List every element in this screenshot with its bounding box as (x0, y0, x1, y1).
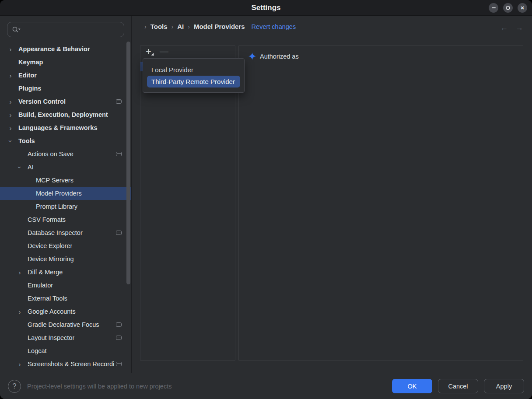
chevron-icon (7, 72, 14, 79)
tree-item-label: AI (28, 164, 34, 171)
breadcrumb-separator-icon: › (188, 23, 190, 30)
tree-item[interactable]: Google Accounts (0, 305, 131, 318)
tree-item[interactable]: Gradle Declarative Focus (0, 318, 131, 331)
tree-item[interactable]: AI (0, 161, 131, 174)
tree-item-label: Plugins (18, 85, 41, 92)
tree-item[interactable]: Tools (0, 134, 131, 147)
tree-item[interactable]: Version Control (0, 95, 131, 108)
minus-icon: — (160, 46, 168, 56)
tree-item-label: Editor (18, 72, 37, 79)
chevron-icon (7, 137, 14, 145)
chevron-icon (16, 269, 23, 276)
maximize-button[interactable] (503, 3, 513, 13)
tree-item[interactable]: Prompt Library (0, 200, 131, 213)
ok-button[interactable]: OK (392, 379, 432, 393)
breadcrumb-separator-icon: › (172, 23, 174, 30)
tree-item-label: Device Explorer (28, 242, 72, 249)
plus-icon: + (146, 46, 151, 57)
chevron-icon (7, 98, 14, 105)
settings-window: Settings ✕ (0, 0, 532, 399)
dialog-buttons: OK Cancel Apply (392, 379, 524, 393)
chevron-icon (7, 46, 14, 53)
forward-icon[interactable]: → (515, 24, 523, 32)
menu-item[interactable]: Local Provider (147, 64, 240, 76)
settings-search-box[interactable] (7, 22, 124, 37)
settings-main: › Tools › AI › Model Providers (132, 16, 532, 373)
tree-item[interactable]: CSV Formats (0, 213, 131, 226)
breadcrumb-segment: › AI (168, 23, 184, 30)
breadcrumb-link[interactable]: Tools (150, 23, 168, 30)
breadcrumb-segment: › Model Providers (184, 23, 245, 30)
minimize-button[interactable] (489, 3, 498, 13)
menu-item[interactable]: Third-Party Remote Provider (147, 76, 240, 88)
tree-item[interactable]: Appearance & Behavior (0, 42, 131, 56)
tree-item-label: Build, Execution, Deployment (18, 111, 108, 118)
tree-item-label: Google Accounts (28, 308, 76, 315)
non-project-settings-icon (116, 99, 122, 104)
tree-item[interactable]: Database Inspector (0, 226, 131, 239)
non-project-settings-icon (116, 362, 122, 366)
add-provider-button[interactable]: + (146, 46, 156, 58)
menu-item-label: Third-Party Remote Provider (151, 78, 235, 85)
breadcrumb-segment: › Tools (140, 23, 168, 30)
tree-item-label: Emulator (28, 282, 53, 289)
search-input[interactable] (23, 26, 120, 33)
chevron-icon (16, 164, 23, 171)
breadcrumb-link[interactable]: Model Providers (194, 23, 245, 30)
window-title: Settings (251, 4, 280, 12)
tree-item[interactable]: Editor (0, 69, 131, 82)
settings-sidebar: Appearance & Behavior Keymap Editor (0, 16, 132, 373)
tree-item[interactable]: Device Explorer (0, 239, 131, 252)
apply-button[interactable]: Apply (484, 379, 524, 393)
footer-hint: Project-level settings will be applied t… (27, 383, 172, 390)
tree-item[interactable]: Model Providers (0, 187, 131, 200)
tree-item-label: Appearance & Behavior (18, 46, 90, 52)
tree-item-label: Diff & Merge (28, 269, 63, 276)
tree-item-label: MCP Servers (36, 177, 74, 184)
tree-item[interactable]: Emulator (0, 279, 131, 292)
window-controls: ✕ (489, 3, 527, 13)
help-icon: ? (13, 382, 17, 390)
tree-item[interactable]: Actions on Save (0, 147, 131, 161)
tree-item-label: Model Providers (36, 190, 82, 197)
tree-item-label: Database Inspector (28, 229, 83, 236)
tree-item[interactable]: Plugins (0, 82, 131, 95)
tree-item[interactable]: Device Mirroring (0, 252, 131, 266)
tree-item[interactable]: External Tools (0, 292, 131, 305)
authorized-as-row: Authorized as (248, 52, 299, 60)
back-icon[interactable]: ← (500, 24, 508, 32)
sidebar-scrollbar[interactable] (126, 42, 130, 284)
tree-item-label: Logcat (28, 347, 47, 354)
tree-item[interactable]: Layout Inspector (0, 331, 131, 344)
tree-item-label: External Tools (28, 295, 67, 302)
tree-item[interactable]: Languages & Frameworks (0, 121, 131, 134)
add-provider-menu: Local Provider Third-Party Remote Provid… (143, 58, 245, 93)
chevron-icon (16, 308, 23, 315)
minimize-icon (492, 7, 496, 8)
cancel-button[interactable]: Cancel (438, 379, 478, 393)
tree-item[interactable]: Screenshots & Screen Recordi (0, 357, 131, 371)
help-button[interactable]: ? (8, 380, 21, 393)
tree-item-label: Gradle Declarative Focus (28, 321, 99, 328)
tree-item[interactable]: Keymap (0, 56, 131, 69)
provider-detail-panel: Authorized as (238, 45, 523, 361)
tree-item[interactable]: Diff & Merge (0, 266, 131, 279)
providers-toolbar: + — (146, 46, 170, 58)
titlebar: Settings ✕ (0, 0, 532, 16)
tree-item-label: Layout Inspector (28, 334, 74, 341)
settings-tree: Appearance & Behavior Keymap Editor (0, 42, 131, 371)
non-project-settings-icon (116, 336, 122, 340)
tree-item-label: Prompt Library (36, 203, 77, 210)
close-icon: ✕ (520, 6, 524, 10)
breadcrumb-link[interactable]: AI (177, 23, 184, 30)
remove-provider-button[interactable]: — (160, 46, 170, 58)
chevron-icon (16, 360, 23, 368)
close-button[interactable]: ✕ (518, 3, 527, 13)
search-icon (12, 26, 21, 33)
tree-item[interactable]: Build, Execution, Deployment (0, 108, 131, 121)
tree-item[interactable]: MCP Servers (0, 174, 131, 187)
chevron-icon (7, 111, 14, 119)
tree-item[interactable]: Logcat (0, 344, 131, 357)
plus-dropdown-caret-icon (151, 53, 155, 57)
revert-changes-link[interactable]: Revert changes (252, 23, 296, 30)
